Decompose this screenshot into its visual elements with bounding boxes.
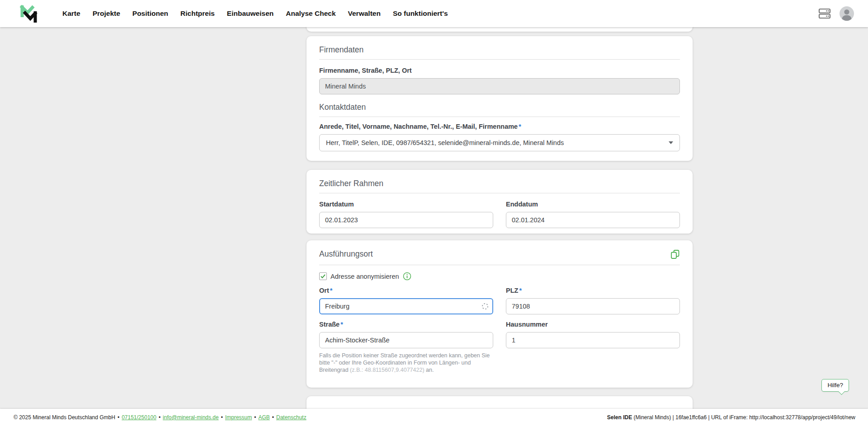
plz-label: PLZ* bbox=[506, 287, 680, 295]
hausnummer-field: Hausnummer bbox=[506, 321, 680, 374]
zeitraum-title: Zeitlicher Rahmen bbox=[319, 179, 680, 188]
kontakt-select-value: Herr, TitelP, Selen, IDE, 0987/654321, s… bbox=[326, 139, 664, 146]
app-footer: © 2025 Mineral Minds Deutschland GmbH•07… bbox=[0, 409, 868, 426]
divider bbox=[319, 59, 680, 60]
startdatum-input[interactable] bbox=[319, 212, 493, 228]
firmenname-label: Firmenname, Straße, PLZ, Ort bbox=[319, 67, 680, 75]
plz-label-text: PLZ bbox=[506, 287, 518, 294]
enddatum-label: Enddatum bbox=[506, 201, 680, 208]
startdatum-field: Startdatum bbox=[319, 201, 493, 228]
server-icon[interactable] bbox=[818, 8, 831, 19]
footer-link-agb[interactable]: AGB bbox=[258, 414, 269, 421]
hausnummer-input[interactable] bbox=[506, 332, 680, 348]
mineral-minds-logo-icon[interactable] bbox=[18, 3, 39, 24]
plz-field: PLZ* bbox=[506, 287, 680, 314]
divider bbox=[319, 117, 680, 117]
check-icon bbox=[320, 273, 326, 279]
ort-label-text: Ort bbox=[319, 287, 329, 294]
ort-input[interactable] bbox=[319, 298, 493, 314]
user-avatar-icon[interactable] bbox=[839, 6, 854, 21]
header-actions bbox=[818, 6, 854, 21]
separator: • bbox=[272, 414, 274, 421]
info-icon[interactable] bbox=[403, 272, 411, 281]
ide-name: Selen IDE bbox=[607, 414, 632, 421]
nav-richtpreis[interactable]: Richtpreis bbox=[180, 9, 215, 18]
startdatum-label: Startdatum bbox=[319, 201, 493, 208]
nav-karte[interactable]: Karte bbox=[62, 9, 80, 18]
footer-left: © 2025 Mineral Minds Deutschland GmbH•07… bbox=[14, 414, 307, 421]
nav-verwalten[interactable]: Verwalten bbox=[348, 9, 381, 18]
iframe-info: (Mineral Minds) | 16fae1ffc6a6 | URL of … bbox=[632, 414, 855, 421]
footer-link-phone[interactable]: 07151/250100 bbox=[122, 414, 156, 421]
firmendaten-title: Firmendaten bbox=[319, 45, 680, 54]
nav-einbauweisen[interactable]: Einbauweisen bbox=[227, 9, 274, 18]
footer-link-email[interactable]: info@mineral-minds.de bbox=[163, 414, 219, 421]
hint-example: (z.B.: 48.8115607,9.4077422) bbox=[350, 367, 424, 373]
nav-analyse-check[interactable]: Analyse Check bbox=[286, 9, 335, 18]
ausfuehrungsort-title: Ausführungsort bbox=[319, 249, 373, 258]
separator: • bbox=[118, 414, 119, 421]
app-header: Karte Projekte Positionen Richtpreis Ein… bbox=[0, 0, 868, 27]
anonymize-checkbox[interactable] bbox=[319, 272, 327, 280]
footer-link-datenschutz[interactable]: Datenschutz bbox=[276, 414, 307, 421]
anonymize-label: Adresse anonymisieren bbox=[330, 273, 399, 280]
nav-projekte[interactable]: Projekte bbox=[93, 9, 120, 18]
ort-field: Ort* bbox=[319, 287, 493, 314]
plz-input[interactable] bbox=[506, 298, 680, 314]
card-zeitraum: Zeitlicher Rahmen Startdatum Enddatum bbox=[307, 170, 693, 234]
kontaktdaten-title: Kontaktdaten bbox=[319, 103, 680, 112]
help-button[interactable]: Hilfe? bbox=[821, 379, 849, 392]
strasse-label: Straße* bbox=[319, 321, 493, 328]
ort-label: Ort* bbox=[319, 287, 493, 295]
required-marker: * bbox=[519, 123, 521, 130]
divider bbox=[319, 193, 680, 193]
divider bbox=[319, 265, 680, 265]
strasse-field: Straße* Falls die Position keiner Straße… bbox=[319, 321, 493, 374]
firmenname-input bbox=[319, 78, 680, 94]
footer-right: Selen IDE (Mineral Minds) | 16fae1ffc6a6… bbox=[607, 414, 855, 421]
footer-link-impressum[interactable]: Impressum bbox=[225, 414, 252, 421]
hausnummer-label: Hausnummer bbox=[506, 321, 680, 328]
card-firmendaten: Firmendaten Firmenname, Straße, PLZ, Ort… bbox=[307, 36, 693, 161]
kontakt-label-text: Anrede, Titel, Vorname, Nachname, Tel.-N… bbox=[319, 123, 518, 130]
chevron-down-icon bbox=[669, 141, 673, 144]
loading-spinner-icon bbox=[481, 303, 489, 312]
copy-icon[interactable] bbox=[670, 249, 680, 261]
separator: • bbox=[221, 414, 223, 421]
nav-so-funktionierts[interactable]: So funktioniert's bbox=[393, 9, 448, 18]
enddatum-field: Enddatum bbox=[506, 201, 680, 228]
hint-suffix: an. bbox=[425, 367, 434, 373]
kontakt-label: Anrede, Titel, Vorname, Nachname, Tel.-N… bbox=[319, 123, 680, 131]
nav-positionen[interactable]: Positionen bbox=[132, 9, 168, 18]
copyright-text: © 2025 Mineral Minds Deutschland GmbH bbox=[14, 414, 115, 421]
separator: • bbox=[254, 414, 256, 421]
strasse-hint: Falls die Position keiner Straße zugeord… bbox=[319, 352, 493, 374]
required-marker: * bbox=[519, 287, 522, 294]
kontakt-select[interactable]: Herr, TitelP, Selen, IDE, 0987/654321, s… bbox=[319, 134, 680, 151]
strasse-label-text: Straße bbox=[319, 321, 340, 328]
separator: • bbox=[159, 414, 160, 421]
required-marker: * bbox=[330, 287, 333, 294]
card-ausfuehrungsort: Ausführungsort Adresse anonymisieren bbox=[307, 240, 693, 388]
enddatum-input[interactable] bbox=[506, 212, 680, 228]
strasse-input[interactable] bbox=[319, 332, 493, 348]
required-marker: * bbox=[340, 321, 343, 328]
main-nav: Karte Projekte Positionen Richtpreis Ein… bbox=[62, 9, 448, 18]
